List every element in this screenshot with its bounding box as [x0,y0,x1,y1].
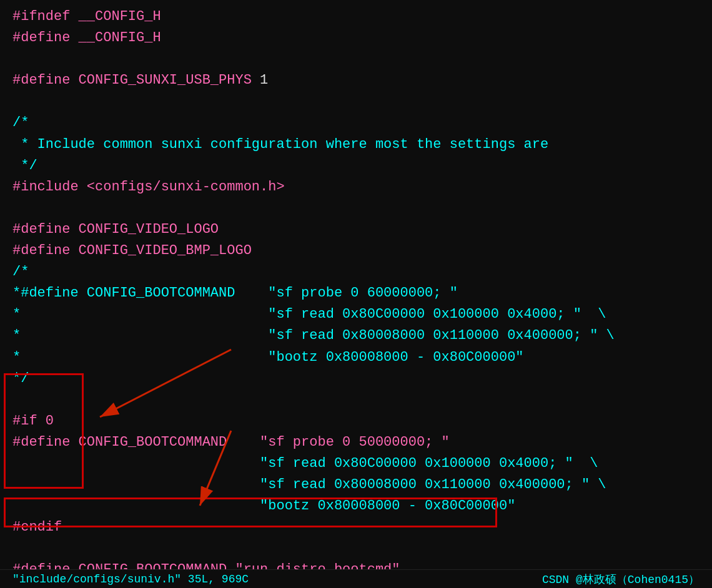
status-right: CSDN @林政硕（Cohen0415） [542,572,700,587]
code-line-24: "bootz 0x80008000 - 0x80C00000" [12,496,700,517]
code-line-1: #ifndef __CONFIG_H [12,6,700,27]
code-line-20: #if 0 [12,411,700,432]
code-line-25: #endif [12,517,700,538]
code-line-8: */ [12,155,700,177]
code-line-9: #include <configs/sunxi-common.h> [12,177,700,198]
code-line-14: *#define CONFIG_BOOTCOMMAND "sf probe 0 … [12,283,700,304]
code-line-19 [12,390,700,411]
code-line-16: * "sf read 0x80008000 0x110000 0x400000;… [12,325,700,346]
code-line-10 [12,198,700,219]
code-line-13: /* [12,262,700,283]
code-line-26 [12,538,700,559]
status-bar: "include/configs/suniv.h" 35L, 969C CSDN… [0,569,712,588]
code-line-22: "sf read 0x80C00000 0x100000 0x4000; " \ [12,453,700,474]
status-left: "include/configs/suniv.h" 35L, 969C [12,573,249,586]
code-line-5 [12,91,700,112]
code-line-21: #define CONFIG_BOOTCOMMAND "sf probe 0 5… [12,432,700,453]
code-line-7: * Include common sunxi configuration whe… [12,134,700,155]
code-line-6: /* [12,112,700,134]
code-line-18: */ [12,368,700,390]
code-line-4: #define CONFIG_SUNXI_USB_PHYS 1 [12,70,700,91]
code-line-23: "sf read 0x80008000 0x110000 0x400000; "… [12,474,700,496]
code-line-12: #define CONFIG_VIDEO_BMP_LOGO [12,240,700,262]
code-line-11: #define CONFIG_VIDEO_LOGO [12,219,700,240]
code-line-3 [12,49,700,70]
code-line-2: #define __CONFIG_H [12,27,700,49]
code-container: #ifndef __CONFIG_H #define __CONFIG_H #d… [0,0,712,569]
code-line-17: * "bootz 0x80008000 - 0x80C00000" [12,347,700,368]
code-line-15: * "sf read 0x80C00000 0x100000 0x4000; "… [12,304,700,325]
